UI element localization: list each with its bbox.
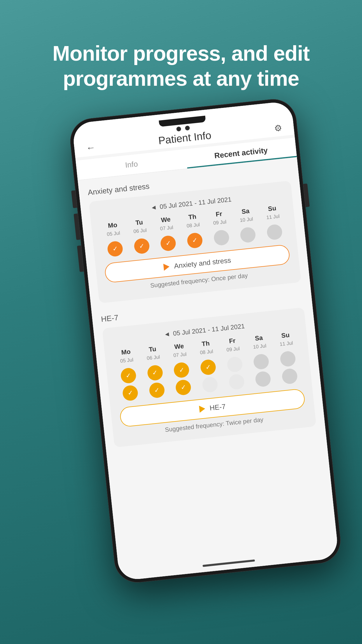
phone-screen: ← Patient Info ⚙ Info Recent activity An… — [72, 101, 339, 581]
check-r1-tu-he7[interactable]: ✓ — [147, 364, 163, 381]
play-icon-anxiety — [163, 263, 170, 271]
phone-mockup: ← Patient Info ⚙ Info Recent activity An… — [68, 97, 349, 643]
headline-text: Monitor progress, and edit programmes at… — [29, 41, 333, 91]
phone-outer: ← Patient Info ⚙ Info Recent activity An… — [68, 97, 343, 585]
check-r1-we-he7[interactable]: ✓ — [173, 362, 190, 378]
volume-up-button — [74, 214, 80, 240]
check-r1-su-he7 — [280, 351, 296, 367]
check-r2-sa-he7 — [255, 371, 271, 387]
day-we: We 07 Jul — [153, 215, 180, 232]
check-r2-we-he7[interactable]: ✓ — [175, 379, 192, 396]
day-th: Th 08 Jul — [180, 212, 206, 230]
check-su-anxiety — [266, 224, 283, 240]
day-tu: Tu 06 Jul — [126, 218, 153, 235]
volume-down-button — [77, 245, 84, 272]
settings-button[interactable]: ⚙ — [270, 119, 286, 137]
check-r1-fr-he7 — [226, 356, 243, 373]
day-sa: Sa 10 Jul — [233, 206, 259, 224]
check-th-anxiety[interactable]: ✓ — [187, 232, 203, 249]
week-range-he7: 05 Jul 2021 - 11 Jul 2021 — [173, 322, 245, 337]
check-r2-su-he7 — [281, 368, 298, 384]
app-body[interactable]: Anxiety and stress ◄ 05 Jul 2021 - 11 Ju… — [78, 157, 339, 581]
prev-week-anxiety[interactable]: ◄ — [150, 203, 157, 211]
back-button[interactable]: ← — [82, 139, 99, 157]
check-we-anxiety[interactable]: ✓ — [160, 235, 177, 251]
check-r2-th-he7 — [202, 376, 218, 393]
check-r2-fr-he7 — [228, 373, 245, 390]
mute-button — [71, 190, 77, 208]
week-range-anxiety: 05 Jul 2021 - 11 Jul 2021 — [159, 195, 232, 211]
play-label-anxiety: Anxiety and stress — [174, 256, 231, 270]
section-anxiety: Anxiety and stress ◄ 05 Jul 2021 - 11 Ju… — [87, 167, 301, 303]
prev-week-he7[interactable]: ◄ — [164, 330, 171, 338]
check-tu-anxiety[interactable]: ✓ — [133, 238, 150, 254]
day-fr: Fr 09 Jul — [206, 209, 233, 227]
he7-card: ◄ 05 Jul 2021 - 11 Jul 2021 Mo 05 Jul — [102, 307, 316, 447]
check-r2-mo-he7[interactable]: ✓ — [122, 385, 138, 401]
headline: Monitor progress, and edit programmes at… — [6, 20, 356, 91]
check-r2-tu-he7[interactable]: ✓ — [148, 382, 165, 398]
check-r1-mo-he7[interactable]: ✓ — [120, 367, 137, 384]
app-content: ← Patient Info ⚙ Info Recent activity An… — [72, 101, 339, 581]
speaker — [185, 125, 190, 131]
power-button — [303, 183, 310, 207]
check-sa-anxiety — [240, 227, 256, 243]
play-label-he7: HE-7 — [209, 402, 226, 412]
anxiety-card: ◄ 05 Jul 2021 - 11 Jul 2021 Mo 05 Jul — [89, 181, 301, 303]
check-r1-sa-he7 — [253, 353, 270, 370]
section-he7: HE-7 ◄ 05 Jul 2021 - 11 Jul 2021 Mo 05 J… — [101, 294, 316, 447]
day-mo: Mo 05 Jul — [100, 220, 126, 238]
check-r1-th-he7[interactable]: ✓ — [200, 359, 217, 375]
check-mo-anxiety[interactable]: ✓ — [107, 240, 123, 257]
day-su: Su 11 Jul — [259, 204, 286, 221]
check-fr-anxiety — [213, 229, 230, 246]
front-camera — [176, 126, 181, 132]
play-icon-he7 — [199, 405, 205, 413]
